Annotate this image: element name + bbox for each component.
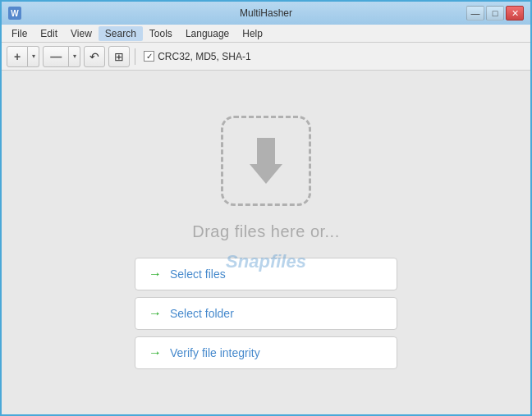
title-bar-left: W — [8, 7, 21, 20]
back-button[interactable]: ↶ — [84, 46, 105, 67]
minimize-button[interactable]: — — [466, 6, 484, 21]
drag-text: Drag files here or... — [192, 222, 339, 241]
menu-search[interactable]: Search — [99, 26, 143, 41]
remove-dropdown: — ▾ — [43, 46, 80, 67]
select-folder-button[interactable]: → Select folder — [135, 297, 397, 330]
remove-button[interactable]: — — [43, 46, 69, 67]
menu-help[interactable]: Help — [236, 26, 269, 41]
hash-options[interactable]: CRC32, MD5, SHA-1 — [144, 51, 250, 62]
title-bar: W MultiHasher — □ ✕ — [2, 2, 530, 25]
arrow-head — [250, 164, 282, 184]
select-folder-label: Select folder — [170, 307, 234, 320]
menu-tools[interactable]: Tools — [143, 26, 179, 41]
action-buttons: → Select files → Select folder → Verify … — [135, 258, 397, 369]
toolbar: + ▾ — ▾ ↶ ⊞ CRC32, MD5, SHA-1 — [2, 43, 530, 71]
toolbar-separator — [135, 48, 135, 65]
menu-language[interactable]: Language — [179, 26, 236, 41]
app-window: W MultiHasher — □ ✕ File Edit View Searc… — [0, 0, 532, 416]
add-dropdown: + ▾ — [7, 46, 39, 67]
drop-area: Drag files here or... Snapfiles → Select… — [2, 116, 530, 369]
drop-arrow-icon — [250, 138, 282, 184]
arrow-shaft — [257, 138, 275, 164]
select-folder-arrow-icon: → — [149, 306, 162, 321]
main-content: Drag files here or... Snapfiles → Select… — [2, 71, 530, 414]
hash-options-label: CRC32, MD5, SHA-1 — [158, 51, 250, 62]
menu-edit[interactable]: Edit — [34, 26, 64, 41]
remove-dropdown-arrow[interactable]: ▾ — [69, 46, 80, 67]
select-files-button[interactable]: → Select files — [135, 258, 397, 290]
close-button[interactable]: ✕ — [506, 6, 524, 21]
hash-checkbox[interactable] — [144, 51, 154, 62]
add-button[interactable]: + — [7, 46, 28, 67]
window-title: MultiHasher — [240, 7, 292, 19]
add-dropdown-arrow[interactable]: ▾ — [28, 46, 39, 67]
menu-view[interactable]: View — [64, 26, 99, 41]
select-files-arrow-icon: → — [149, 267, 162, 281]
menu-bar: File Edit View Search Tools Language Hel… — [2, 25, 530, 43]
verify-integrity-button[interactable]: → Verify file integrity — [135, 336, 397, 369]
grid-button[interactable]: ⊞ — [108, 46, 130, 67]
verify-integrity-label: Verify file integrity — [170, 346, 260, 359]
select-files-label: Select files — [170, 267, 226, 281]
window-controls: — □ ✕ — [466, 6, 524, 21]
app-icon: W — [8, 7, 21, 20]
verify-integrity-arrow-icon: → — [149, 345, 162, 360]
drop-box — [221, 116, 311, 206]
menu-file[interactable]: File — [5, 26, 34, 41]
maximize-button[interactable]: □ — [486, 6, 504, 21]
